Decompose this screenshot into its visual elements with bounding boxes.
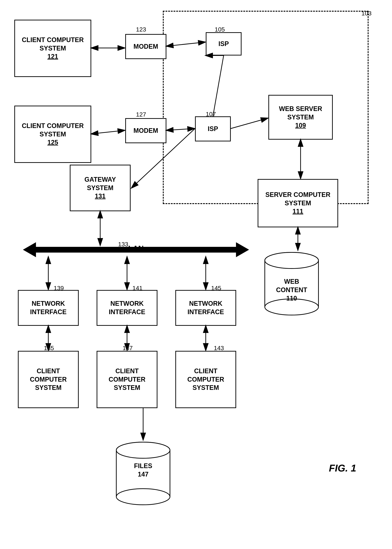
client-125-ref: 125 (47, 138, 58, 147)
isp-105-box: ISP (206, 32, 242, 56)
ref-143: 143 (214, 345, 224, 352)
gateway-131-box: GATEWAYSYSTEM 131 (70, 165, 131, 211)
server-111-ref: 111 (293, 207, 303, 216)
gateway-131-ref: 131 (95, 192, 105, 200)
ref-137: 137 (123, 345, 133, 352)
isp-105-label: ISP (218, 40, 229, 48)
modem-123-label: MODEM (133, 42, 158, 51)
svg-line-14 (91, 130, 125, 134)
netif-145-label: NETWORKINTERFACE (188, 299, 224, 316)
netif-145-box: NETWORKINTERFACE (175, 290, 236, 326)
client-137-label: CLIENTCOMPUTERSYSTEM (109, 367, 146, 392)
ref-135: 135 (44, 345, 54, 352)
netif-141-box: NETWORKINTERFACE (97, 290, 157, 326)
client-143-box: CLIENTCOMPUTERSYSTEM (175, 351, 236, 408)
client-125-box: CLIENT COMPUTERSYSTEM 125 (14, 106, 91, 163)
webserver-109-box: WEB SERVERSYSTEM 109 (268, 95, 333, 140)
ref-103: 103 (361, 10, 372, 17)
client-137-box: CLIENTCOMPUTERSYSTEM (97, 351, 157, 408)
svg-point-3 (265, 252, 318, 268)
files-147: FILES 147 (114, 440, 172, 507)
client-125-label: CLIENT COMPUTERSYSTEM (22, 122, 84, 139)
webcontent-110: WEBCONTENT 110 (263, 251, 320, 317)
webserver-109-ref: 109 (295, 121, 306, 130)
client-135-box: CLIENTCOMPUTERSYSTEM (18, 351, 79, 408)
client-143-label: CLIENTCOMPUTERSYSTEM (187, 367, 224, 392)
server-111-box: SERVER COMPUTERSYSTEM 111 (258, 179, 338, 227)
client-121-ref: 121 (47, 52, 58, 61)
gateway-131-label: GATEWAYSYSTEM (84, 176, 116, 192)
files-147-label: FILES (134, 462, 152, 470)
netif-139-label: NETWORKINTERFACE (30, 299, 67, 316)
ref-145: 145 (211, 285, 221, 292)
dashed-boundary-box (163, 11, 369, 204)
ref-133: 133 (118, 241, 128, 248)
ref-123: 123 (136, 26, 146, 33)
server-111-label: SERVER COMPUTERSYSTEM (265, 191, 330, 207)
netif-141-label: NETWORKINTERFACE (109, 299, 145, 316)
modem-127-box: MODEM (125, 118, 166, 143)
svg-point-7 (116, 442, 170, 458)
ref-139: 139 (54, 285, 64, 292)
ref-107: 107 (206, 111, 216, 118)
webserver-109-label: WEB SERVERSYSTEM (279, 105, 322, 121)
diagram: 103 CLIENT COMPUTERSYSTEM 121 MODEM 123 … (0, 0, 392, 549)
webcontent-110-ref: 110 (286, 295, 297, 302)
files-147-ref: 147 (138, 471, 148, 478)
webcontent-110-label: WEBCONTENT (276, 278, 307, 294)
fig-label: FIG. 1 (329, 462, 356, 474)
netif-139-box: NETWORKINTERFACE (18, 290, 79, 326)
client-135-label: CLIENTCOMPUTERSYSTEM (30, 367, 67, 392)
svg-point-6 (116, 489, 170, 505)
lan-area (23, 249, 238, 268)
isp-107-box: ISP (195, 116, 231, 141)
modem-127-label: MODEM (133, 127, 158, 135)
isp-107-label: ISP (208, 125, 218, 133)
client-121-box: CLIENT COMPUTERSYSTEM 121 (14, 20, 91, 77)
client-121-label: CLIENT COMPUTERSYSTEM (22, 36, 84, 53)
modem-123-box: MODEM (125, 34, 166, 59)
ref-105: 105 (215, 26, 225, 33)
ref-141: 141 (132, 285, 143, 292)
ref-127: 127 (136, 111, 146, 118)
